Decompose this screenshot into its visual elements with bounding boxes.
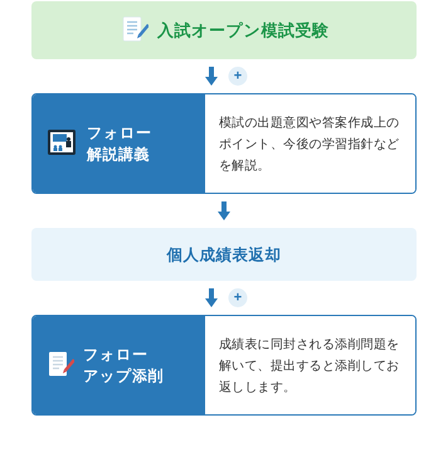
step-follow-lecture-box: フォロー 解説講義 模試の出題意図や答案作成上のポイント、今後の学習指針などを解… (31, 93, 417, 194)
step2-title-line2: 解説講義 (87, 145, 150, 162)
tablet-lecture-icon (45, 126, 78, 161)
svg-marker-20 (218, 212, 230, 220)
step4-title-line2: アップ添削 (83, 367, 164, 384)
step2-description: 模試の出題意図や答案作成上のポイント、今後の学習指針などを解説。 (219, 111, 401, 176)
svg-rect-14 (66, 141, 71, 147)
svg-rect-17 (53, 148, 57, 151)
svg-rect-21 (209, 288, 214, 300)
arrow-row-1: + (31, 59, 417, 93)
step4-title: フォロー アップ添削 (83, 344, 164, 386)
step4-left: フォロー アップ添削 (33, 316, 205, 414)
arrow-down-icon (204, 65, 218, 87)
arrow-down-icon (204, 287, 218, 309)
step1-title: 入試オープン模試受験 (157, 20, 329, 42)
svg-rect-12 (53, 134, 67, 142)
svg-point-16 (59, 145, 62, 149)
svg-rect-8 (209, 67, 214, 78)
svg-point-13 (67, 137, 70, 141)
step2-title-line1: フォロー (87, 124, 152, 141)
step-exam-box: 入試オープン模試受験 (31, 1, 417, 59)
step4-right: 成績表に同封される添削問題を解いて、提出すると添削してお返しします。 (205, 316, 415, 414)
step-score-return-box: 個人成績表返却 (31, 228, 417, 281)
step4-title-line1: フォロー (83, 346, 148, 363)
svg-point-15 (54, 145, 57, 149)
plus-icon: + (228, 288, 247, 307)
step-followup-correction-box: フォロー アップ添削 成績表に同封される添削問題を解いて、提出すると添削してお返… (31, 315, 417, 416)
arrow-row-3: + (31, 281, 417, 315)
document-red-pencil-icon (45, 349, 74, 381)
step3-title: 個人成績表返却 (167, 244, 281, 265)
step2-title: フォロー 解説講義 (87, 122, 152, 164)
step4-description: 成績表に同封される添削問題を解いて、提出すると添削してお返しします。 (219, 333, 401, 397)
svg-marker-9 (205, 77, 218, 86)
document-pencil-icon (120, 14, 148, 46)
arrow-row-2 (31, 194, 417, 228)
svg-rect-18 (59, 148, 62, 151)
svg-rect-19 (221, 201, 227, 213)
svg-marker-22 (205, 298, 218, 307)
plus-icon: + (228, 67, 247, 86)
step2-left: フォロー 解説講義 (33, 94, 205, 193)
step2-right: 模試の出題意図や答案作成上のポイント、今後の学習指針などを解説。 (205, 94, 415, 193)
arrow-down-icon (217, 200, 231, 222)
